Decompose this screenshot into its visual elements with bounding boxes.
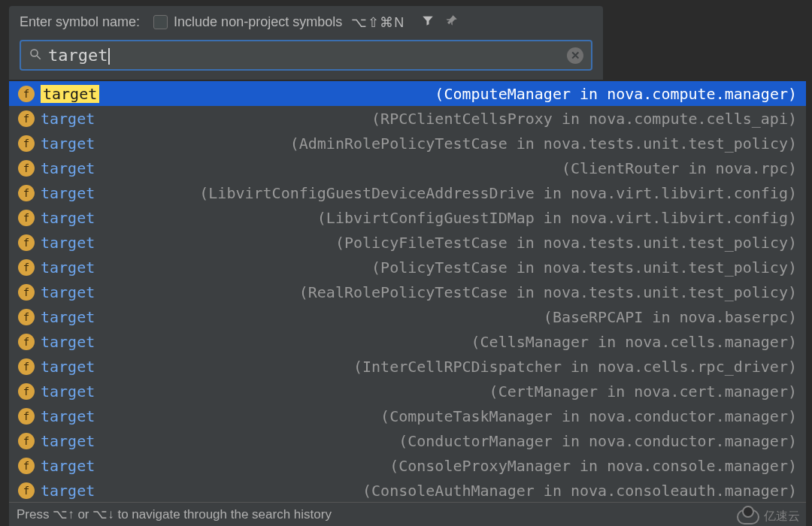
field-icon: f <box>18 234 35 251</box>
field-icon: f <box>18 110 35 127</box>
result-row[interactable]: ftarget(ComputeTaskManager in nova.condu… <box>9 404 806 428</box>
result-row[interactable]: ftarget(LibvirtConfigGuestIDMap in nova.… <box>9 205 806 230</box>
text-caret <box>108 48 110 65</box>
symbol-name: target <box>41 407 95 425</box>
search-header: Enter symbol name: Include non-project s… <box>20 14 592 31</box>
result-row[interactable]: ftarget(BaseRPCAPI in nova.baserpc) <box>9 304 806 329</box>
symbol-location: (PolicyTestCase in nova.tests.unit.test_… <box>371 258 797 277</box>
search-value: target <box>48 46 567 65</box>
symbol-name: target <box>41 432 95 450</box>
result-row[interactable]: ftarget(AdminRolePolicyTestCase in nova.… <box>9 131 806 156</box>
field-icon: f <box>18 358 35 375</box>
checkbox-box[interactable] <box>153 15 168 29</box>
symbol-location: (ClientRouter in nova.rpc) <box>562 159 797 177</box>
symbol-location: (ComputeTaskManager in nova.conductor.ma… <box>380 407 797 425</box>
symbol-location: (BaseRPCAPI in nova.baserpc) <box>544 308 797 326</box>
result-row[interactable]: ftarget(ConsoleAuthManager in nova.conso… <box>9 478 806 502</box>
symbol-name: target <box>41 85 99 103</box>
field-icon: f <box>18 284 35 301</box>
search-input[interactable]: target ✕ <box>20 40 592 71</box>
symbol-name: target <box>41 209 95 227</box>
result-row[interactable]: ftarget(RPCClientCellsProxy in nova.comp… <box>9 106 806 131</box>
symbol-location: (ComputeManager in nova.compute.manager) <box>435 85 797 103</box>
result-row[interactable]: ftarget(RealRolePolicyTestCase in nova.t… <box>9 280 806 304</box>
symbol-name: target <box>41 159 95 177</box>
watermark: 亿速云 <box>737 509 800 524</box>
field-icon: f <box>18 210 35 226</box>
symbol-location: (CellsManager in nova.cells.manager) <box>471 333 797 351</box>
field-icon: f <box>18 433 35 449</box>
symbol-name: target <box>41 333 95 351</box>
prompt-label: Enter symbol name: <box>20 14 140 30</box>
field-icon: f <box>18 383 35 400</box>
filter-icon[interactable] <box>421 14 435 31</box>
field-icon: f <box>18 482 35 499</box>
result-row[interactable]: ftarget(ConductorManager in nova.conduct… <box>9 428 806 453</box>
clear-search-button[interactable]: ✕ <box>567 47 583 64</box>
result-row[interactable]: ftarget(InterCellRPCDispatcher in nova.c… <box>9 354 806 379</box>
symbol-location: (PolicyFileTestCase in nova.tests.unit.t… <box>335 234 797 252</box>
result-row[interactable]: ftarget(CertManager in nova.cert.manager… <box>9 379 806 404</box>
symbol-location: (ConductorManager in nova.conductor.mana… <box>398 432 797 450</box>
symbol-name: target <box>41 358 95 376</box>
symbol-location: (ConsoleAuthManager in nova.consoleauth.… <box>362 482 797 500</box>
svg-line-1 <box>37 56 41 59</box>
field-icon: f <box>18 86 35 102</box>
hint-bar: Press ⌥↑ or ⌥↓ to navigate through the s… <box>9 502 806 526</box>
field-icon: f <box>18 458 35 474</box>
symbol-name: target <box>41 234 95 252</box>
result-row[interactable]: ftarget(ConsoleProxyManager in nova.cons… <box>9 453 806 478</box>
shortcut-hint: ⌥⇧⌘N <box>351 14 404 31</box>
cloud-icon <box>737 509 759 524</box>
symbol-name: target <box>41 457 95 475</box>
symbol-name: target <box>41 482 95 500</box>
symbol-search-panel: Enter symbol name: Include non-project s… <box>9 6 603 80</box>
symbol-name: target <box>41 184 95 202</box>
svg-point-0 <box>31 50 38 56</box>
result-row[interactable]: ftarget(ClientRouter in nova.rpc) <box>9 156 806 180</box>
field-icon: f <box>18 334 35 350</box>
symbol-location: (ConsoleProxyManager in nova.console.man… <box>389 457 797 475</box>
symbol-name: target <box>41 135 95 153</box>
symbol-name: target <box>41 258 95 277</box>
search-icon <box>29 46 42 65</box>
pin-icon[interactable] <box>445 14 459 31</box>
result-row[interactable]: ftarget(LibvirtConfigGuestDeviceAddressD… <box>9 180 806 205</box>
symbol-location: (RPCClientCellsProxy in nova.compute.cel… <box>371 110 797 128</box>
result-row[interactable]: ftarget(CellsManager in nova.cells.manag… <box>9 329 806 354</box>
hint-text: Press ⌥↑ or ⌥↓ to navigate through the s… <box>17 506 332 522</box>
result-row[interactable]: ftarget(PolicyTestCase in nova.tests.uni… <box>9 255 806 280</box>
symbol-name: target <box>41 308 95 326</box>
results-list[interactable]: ftarget(ComputeManager in nova.compute.m… <box>9 81 806 502</box>
field-icon: f <box>18 408 35 425</box>
checkbox-label: Include non-project symbols <box>174 14 342 30</box>
result-row[interactable]: ftarget(ComputeManager in nova.compute.m… <box>9 81 806 106</box>
field-icon: f <box>18 259 35 276</box>
watermark-text: 亿速云 <box>764 509 800 524</box>
symbol-name: target <box>41 283 95 301</box>
symbol-location: (CertManager in nova.cert.manager) <box>489 382 797 401</box>
symbol-location: (LibvirtConfigGuestDeviceAddressDrive in… <box>199 184 797 202</box>
symbol-name: target <box>41 382 95 401</box>
field-icon: f <box>18 185 35 201</box>
result-row[interactable]: ftarget(PolicyFileTestCase in nova.tests… <box>9 230 806 255</box>
include-nonproject-checkbox[interactable]: Include non-project symbols ⌥⇧⌘N <box>153 14 404 31</box>
symbol-name: target <box>41 110 95 128</box>
symbol-location: (AdminRolePolicyTestCase in nova.tests.u… <box>290 135 797 153</box>
symbol-location: (LibvirtConfigGuestIDMap in nova.virt.li… <box>317 209 797 227</box>
symbol-location: (RealRolePolicyTestCase in nova.tests.un… <box>299 283 797 301</box>
close-icon: ✕ <box>571 50 580 61</box>
field-icon: f <box>18 309 35 325</box>
field-icon: f <box>18 160 35 177</box>
symbol-location: (InterCellRPCDispatcher in nova.cells.rp… <box>353 358 797 376</box>
field-icon: f <box>18 135 35 152</box>
